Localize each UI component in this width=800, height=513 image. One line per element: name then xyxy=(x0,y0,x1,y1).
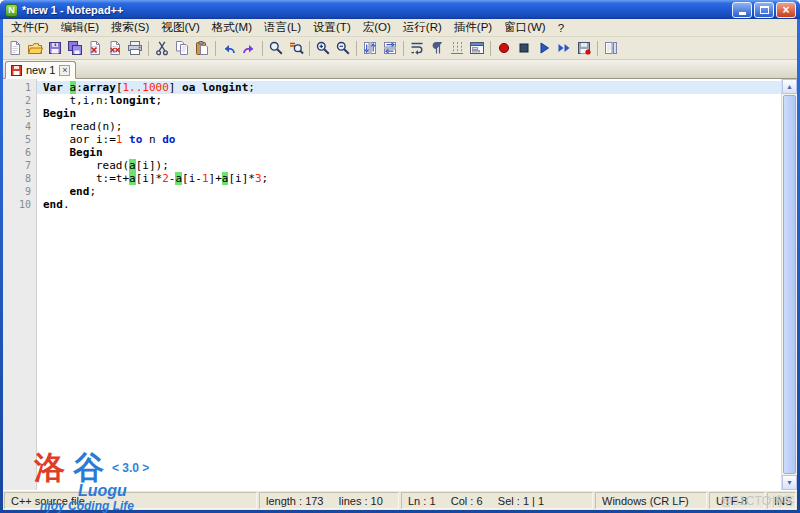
code-line-5[interactable]: aor i:=1 to n do xyxy=(37,133,781,146)
code-area[interactable]: Var a:array[1..1000] oa longint; t,i,n:l… xyxy=(37,79,781,490)
replace-icon[interactable] xyxy=(286,38,306,58)
menu-item-10[interactable]: 窗口(W) xyxy=(498,19,552,36)
scroll-up-icon[interactable]: ▲ xyxy=(782,79,797,94)
code-line-10[interactable]: end. xyxy=(37,198,781,211)
zoom-in-icon[interactable] xyxy=(313,38,333,58)
macro-save-icon[interactable] xyxy=(574,38,594,58)
code-line-2[interactable]: t,i,n:longint; xyxy=(37,94,781,107)
paste-icon[interactable] xyxy=(192,38,212,58)
toolbar-separator xyxy=(262,41,263,56)
code-line-6[interactable]: Begin xyxy=(37,146,781,159)
close-file-icon[interactable] xyxy=(85,38,105,58)
new-file-icon[interactable] xyxy=(5,38,25,58)
title-bar[interactable]: N *new 1 - Notepad++ × xyxy=(0,0,800,19)
tab-label: new 1 xyxy=(26,64,55,76)
code-line-1[interactable]: Var a:array[1..1000] oa longint; xyxy=(37,81,781,94)
find-icon[interactable] xyxy=(266,38,286,58)
code-segment: a xyxy=(129,172,136,185)
code-segment: ] xyxy=(169,81,182,94)
code-segment: do xyxy=(162,133,175,146)
editor-area: 12345678910 Var a:array[1..1000] oa long… xyxy=(3,79,797,490)
user-define-dialog-icon[interactable] xyxy=(467,38,487,58)
toolbar-separator xyxy=(309,41,310,56)
macro-record-icon[interactable] xyxy=(494,38,514,58)
scroll-down-icon[interactable]: ▼ xyxy=(782,475,797,490)
menu-item-9[interactable]: 插件(P) xyxy=(448,19,498,36)
code-line-3[interactable]: Begin xyxy=(37,107,781,120)
macro-stop-icon[interactable] xyxy=(514,38,534,58)
menu-item-3[interactable]: 视图(V) xyxy=(155,19,205,36)
show-all-characters-icon[interactable] xyxy=(427,38,447,58)
code-line-4[interactable]: read(n); xyxy=(37,120,781,133)
sync-horizontal-scroll-icon[interactable] xyxy=(380,38,400,58)
status-doc-type: C++ source file xyxy=(4,492,257,509)
code-segment: ; xyxy=(262,172,269,185)
menu-item-6[interactable]: 设置(T) xyxy=(307,19,357,36)
toolbar-separator xyxy=(215,41,216,56)
close-button[interactable]: × xyxy=(776,2,796,18)
status-length-lines: length : 173 lines : 10 xyxy=(259,492,399,509)
menu-item-1[interactable]: 编辑(E) xyxy=(55,19,105,36)
indent-guide-icon[interactable] xyxy=(447,38,467,58)
line-number: 2 xyxy=(3,94,31,107)
line-number: 9 xyxy=(3,185,31,198)
code-segment: . xyxy=(63,198,70,211)
line-number: 3 xyxy=(3,107,31,120)
toolbar-separator xyxy=(490,41,491,56)
status-insert-mode[interactable]: INS xyxy=(767,492,796,509)
code-segment: 1..1000 xyxy=(123,81,169,94)
menu-item-5[interactable]: 语言(L) xyxy=(258,19,307,36)
line-number: 6 xyxy=(3,146,31,159)
code-segment: end xyxy=(70,185,90,198)
menu-item-11[interactable]: ? xyxy=(552,21,570,35)
code-segment: Var xyxy=(43,81,70,94)
save-file-icon[interactable] xyxy=(45,38,65,58)
scrollbar-thumb[interactable] xyxy=(783,95,796,474)
open-file-icon[interactable] xyxy=(25,38,45,58)
save-all-icon[interactable] xyxy=(65,38,85,58)
code-line-9[interactable]: end; xyxy=(37,185,781,198)
line-number-gutter: 12345678910 xyxy=(3,79,37,490)
cut-icon[interactable] xyxy=(152,38,172,58)
code-segment: Begin xyxy=(43,107,76,120)
status-eol-format[interactable]: Windows (CR LF) xyxy=(595,492,707,509)
macro-play-icon[interactable] xyxy=(534,38,554,58)
close-all-icon[interactable] xyxy=(105,38,125,58)
copy-icon[interactable] xyxy=(172,38,192,58)
maximize-button[interactable] xyxy=(754,2,774,18)
menu-item-2[interactable]: 搜索(S) xyxy=(105,19,155,36)
minimize-button[interactable] xyxy=(732,2,752,18)
print-icon[interactable] xyxy=(125,38,145,58)
toolbar-separator xyxy=(597,41,598,56)
doc-switcher-icon[interactable] xyxy=(601,38,621,58)
code-segment: ]+ xyxy=(209,172,222,185)
zoom-out-icon[interactable] xyxy=(333,38,353,58)
menu-item-0[interactable]: 文件(F) xyxy=(5,19,55,36)
minimize-icon xyxy=(739,12,746,15)
menu-item-8[interactable]: 运行(R) xyxy=(397,19,448,36)
menu-item-4[interactable]: 格式(M) xyxy=(206,19,258,36)
toolbar-separator xyxy=(148,41,149,56)
vertical-scrollbar[interactable]: ▲ ▼ xyxy=(781,79,797,490)
line-number: 10 xyxy=(3,198,31,211)
menu-item-7[interactable]: 宏(O) xyxy=(357,19,397,36)
toolbar xyxy=(3,37,797,60)
undo-icon[interactable] xyxy=(219,38,239,58)
code-line-8[interactable]: t:=t+a[i]*2-a[i-1]+a[i]*3; xyxy=(37,172,781,185)
code-segment xyxy=(43,146,70,159)
tab-new-1[interactable]: new 1 × xyxy=(5,61,76,79)
sync-vertical-scroll-icon[interactable] xyxy=(360,38,380,58)
window-content: 文件(F)编辑(E)搜索(S)视图(V)格式(M)语言(L)设置(T)宏(O)运… xyxy=(3,19,797,510)
toolbar-separator xyxy=(403,41,404,56)
word-wrap-icon[interactable] xyxy=(407,38,427,58)
redo-icon[interactable] xyxy=(239,38,259,58)
code-segment: longint xyxy=(202,81,248,94)
tab-bar: new 1 × xyxy=(3,60,797,79)
code-segment xyxy=(43,185,70,198)
code-line-7[interactable]: read(a[i]); xyxy=(37,159,781,172)
status-encoding[interactable]: UTF-8 xyxy=(709,492,765,509)
macro-run-multiple-icon[interactable] xyxy=(554,38,574,58)
tab-close-icon[interactable]: × xyxy=(59,65,70,76)
line-number: 4 xyxy=(3,120,31,133)
notepadpp-logo-icon: N xyxy=(5,4,18,17)
